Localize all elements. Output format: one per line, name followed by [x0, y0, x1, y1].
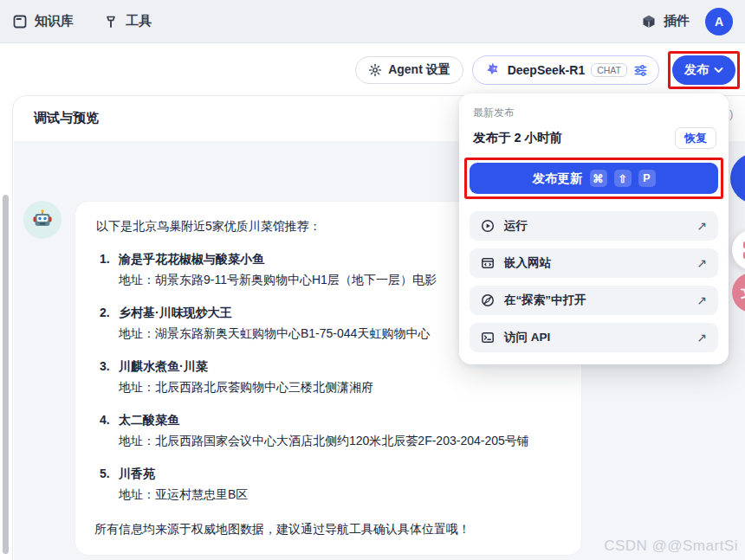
restaurant-name: 乡村基·川味现炒大王	[119, 306, 232, 319]
restore-button[interactable]: 恢复	[675, 127, 716, 149]
user-avatar[interactable]: A	[705, 8, 733, 35]
menu-label: 嵌入网站	[504, 255, 551, 271]
chevron-down-icon	[714, 67, 723, 74]
restaurant-item: 5. 川香苑 地址：亚运村慧忠里B区	[100, 463, 560, 505]
nav-item-plugins[interactable]: 插件	[641, 13, 690, 29]
release-info-row: 发布于 2 小时前 恢复	[473, 127, 716, 149]
restaurant-name: 川麒水煮鱼·川菜	[119, 359, 208, 373]
plugin-cube-icon	[641, 14, 657, 29]
gear-icon	[368, 63, 382, 77]
restaurant-address: 地址：北辰西路国家会议中心大酒店北侧约120米北辰荟2F-203-204-205…	[119, 434, 529, 447]
embed-site-icon	[481, 256, 495, 270]
play-circle-icon	[481, 219, 495, 233]
agent-settings-button[interactable]: Agent 设置	[355, 56, 463, 84]
nav-item-knowledge-base[interactable]: 知识库	[12, 13, 74, 29]
model-selector[interactable]: DeepSeek-R1 CHAT	[472, 55, 659, 85]
left-scrollbar-thumb[interactable]	[3, 195, 9, 554]
list-number: 2.	[100, 302, 119, 344]
menu-item-run[interactable]: 运行 ↗	[470, 211, 718, 241]
published-time: 发布于 2 小时前	[473, 130, 562, 146]
app-screen: 知识库 工具 插件 A Agent 设置	[0, 0, 745, 560]
menu-item-open-in-explore[interactable]: 在“探索”中打开 ↗	[470, 286, 718, 315]
restaurant-address: 地址：胡景东路9-11号新奥购物中心H1层（地下一层）电影	[119, 273, 437, 286]
menu-label: 运行	[504, 218, 528, 234]
nav-label: 工具	[126, 13, 152, 29]
restaurant-name: 太二酸菜鱼	[119, 413, 179, 427]
external-arrow-icon: ↗	[696, 331, 707, 344]
publish-label: 发布	[684, 62, 709, 78]
restaurant-item: 4. 太二酸菜鱼 地址：北辰西路国家会议中心大酒店北侧约120米北辰荟2F-20…	[100, 409, 560, 451]
kbd-cmd: ⌘	[590, 170, 607, 187]
publish-update-button[interactable]: 发布更新 ⌘ ⇧ P	[470, 163, 718, 194]
deepseek-logo-icon	[483, 61, 502, 80]
api-terminal-icon	[481, 331, 495, 344]
publish-menu-list: 运行 ↗ 嵌入网站 ↗ 在“探索”中打开 ↗	[470, 211, 718, 352]
latest-release-label: 最新发布	[473, 106, 718, 120]
tool-icon	[103, 14, 119, 29]
list-number: 5.	[100, 463, 119, 505]
robot-icon	[31, 209, 54, 231]
restaurant-address: 地址：亚运村慧忠里B区	[119, 487, 248, 501]
navbar-right: 插件 A	[641, 8, 733, 35]
update-annotation-box: 发布更新 ⌘ ⇧ P	[464, 158, 723, 199]
message-footer: 所有信息均来源于权威地图数据，建议通过导航工具确认具体位置哦！	[94, 518, 560, 539]
external-arrow-icon: ↗	[696, 256, 707, 270]
model-mode-badge: CHAT	[591, 63, 627, 77]
top-navbar: 知识库 工具 插件 A	[0, 0, 745, 43]
bot-avatar	[23, 201, 62, 239]
translate-icon: 文A	[741, 285, 745, 301]
restaurant-name: 川香苑	[119, 467, 155, 480]
model-tuning-sliders-icon[interactable]	[633, 63, 648, 78]
nav-label: 插件	[664, 13, 690, 29]
page-title: 调试与预览	[34, 110, 99, 126]
obscured-text-fragment: )	[729, 107, 733, 120]
menu-item-embed-site[interactable]: 嵌入网站 ↗	[470, 248, 718, 278]
publish-update-label: 发布更新	[533, 171, 583, 187]
publish-annotation-box: 发布	[668, 51, 740, 89]
watermark: CSDN @@SmartSi	[604, 537, 738, 555]
restaurant-name: 渝是乎花花椒椒与酸菜小鱼	[119, 252, 264, 266]
menu-label: 访问 API	[504, 330, 550, 345]
toolbar: Agent 设置 DeepSeek-R1 CHAT 发布	[355, 48, 740, 92]
kbd-shift: ⇧	[614, 170, 632, 187]
publish-button[interactable]: 发布	[672, 55, 735, 85]
list-number: 4.	[100, 409, 119, 451]
external-arrow-icon: ↗	[696, 293, 707, 307]
menu-item-access-api[interactable]: 访问 API ↗	[470, 323, 718, 352]
knowledge-base-icon	[12, 14, 28, 29]
publish-dropdown-panel: 最新发布 发布于 2 小时前 恢复 发布更新 ⌘ ⇧ P 运行 ↗	[459, 93, 729, 364]
agent-settings-label: Agent 设置	[388, 62, 450, 78]
list-number: 1.	[100, 248, 119, 290]
list-number: 3.	[100, 356, 119, 397]
kbd-p: P	[638, 170, 656, 187]
nav-label: 知识库	[35, 13, 74, 29]
restaurant-address: 地址：北辰西路北辰荟购物中心三楼北侧潇湘府	[119, 380, 373, 394]
nav-item-tools[interactable]: 工具	[103, 13, 152, 29]
explore-compass-icon	[481, 293, 495, 307]
model-name: DeepSeek-R1	[508, 63, 586, 77]
menu-label: 在“探索”中打开	[504, 293, 586, 308]
restaurant-address: 地址：湖景东路新奥天虹购物中心B1-75-044天虹购物中心	[119, 326, 430, 340]
external-arrow-icon: ↗	[696, 219, 707, 233]
